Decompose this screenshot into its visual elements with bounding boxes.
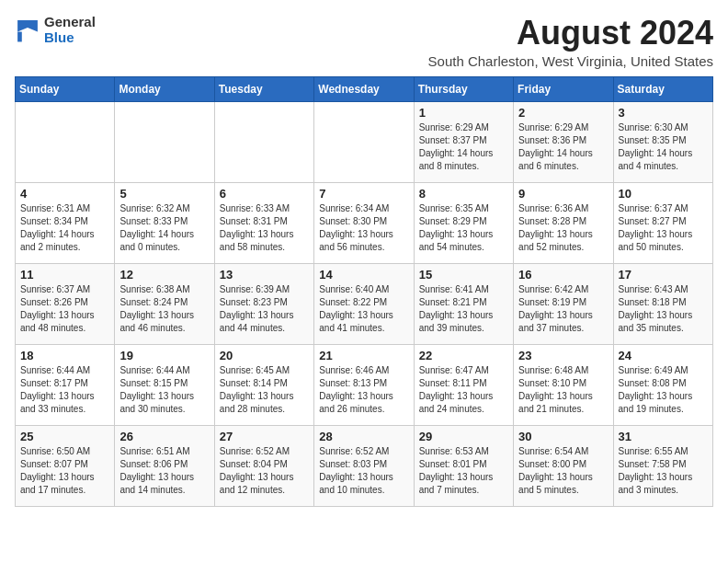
day-number: 4 xyxy=(20,187,109,201)
day-number: 18 xyxy=(20,349,109,362)
week-row-0: 1Sunrise: 6:29 AM Sunset: 8:37 PM Daylig… xyxy=(16,101,713,182)
day-number: 19 xyxy=(119,349,209,362)
day-number: 15 xyxy=(419,268,508,282)
day-cell: 25Sunrise: 6:50 AM Sunset: 8:07 PM Dayli… xyxy=(16,425,115,506)
day-number: 20 xyxy=(220,349,309,362)
day-number: 25 xyxy=(20,430,109,443)
day-cell: 30Sunrise: 6:54 AM Sunset: 8:00 PM Dayli… xyxy=(514,425,613,506)
day-number: 11 xyxy=(20,268,109,282)
day-info: Sunrise: 6:54 AM Sunset: 8:00 PM Dayligh… xyxy=(518,445,608,497)
day-number: 3 xyxy=(619,106,708,120)
day-number: 26 xyxy=(119,430,209,443)
day-info: Sunrise: 6:34 AM Sunset: 8:30 PM Dayligh… xyxy=(319,202,408,254)
day-cell: 15Sunrise: 6:41 AM Sunset: 8:21 PM Dayli… xyxy=(414,263,513,344)
day-cell: 21Sunrise: 6:46 AM Sunset: 8:13 PM Dayli… xyxy=(314,344,414,425)
day-info: Sunrise: 6:52 AM Sunset: 8:03 PM Dayligh… xyxy=(319,445,408,497)
day-cell: 27Sunrise: 6:52 AM Sunset: 8:04 PM Dayli… xyxy=(214,425,313,506)
col-thursday: Thursday xyxy=(414,76,513,101)
day-info: Sunrise: 6:42 AM Sunset: 8:19 PM Dayligh… xyxy=(518,283,608,335)
day-number: 9 xyxy=(518,187,608,201)
day-cell: 20Sunrise: 6:45 AM Sunset: 8:14 PM Dayli… xyxy=(214,344,313,425)
col-friday: Friday xyxy=(514,76,613,101)
day-info: Sunrise: 6:29 AM Sunset: 8:37 PM Dayligh… xyxy=(419,121,508,173)
day-number: 24 xyxy=(619,349,708,362)
day-cell: 24Sunrise: 6:49 AM Sunset: 8:08 PM Dayli… xyxy=(613,344,712,425)
col-monday: Monday xyxy=(115,76,214,101)
day-number: 12 xyxy=(119,268,209,282)
day-number: 30 xyxy=(518,430,608,443)
day-info: Sunrise: 6:46 AM Sunset: 8:13 PM Dayligh… xyxy=(319,364,408,416)
day-info: Sunrise: 6:37 AM Sunset: 8:27 PM Dayligh… xyxy=(619,202,708,254)
day-info: Sunrise: 6:53 AM Sunset: 8:01 PM Dayligh… xyxy=(419,445,508,497)
day-cell: 8Sunrise: 6:35 AM Sunset: 8:29 PM Daylig… xyxy=(414,182,513,263)
day-number: 29 xyxy=(419,430,508,443)
day-cell: 28Sunrise: 6:52 AM Sunset: 8:03 PM Dayli… xyxy=(314,425,414,506)
day-number: 13 xyxy=(220,268,309,282)
day-cell: 3Sunrise: 6:30 AM Sunset: 8:35 PM Daylig… xyxy=(613,101,712,182)
day-info: Sunrise: 6:44 AM Sunset: 8:17 PM Dayligh… xyxy=(20,364,109,416)
day-info: Sunrise: 6:47 AM Sunset: 8:11 PM Dayligh… xyxy=(419,364,508,416)
day-info: Sunrise: 6:45 AM Sunset: 8:14 PM Dayligh… xyxy=(220,364,309,416)
day-cell: 2Sunrise: 6:29 AM Sunset: 8:36 PM Daylig… xyxy=(514,101,613,182)
day-cell: 29Sunrise: 6:53 AM Sunset: 8:01 PM Dayli… xyxy=(414,425,513,506)
week-row-4: 25Sunrise: 6:50 AM Sunset: 8:07 PM Dayli… xyxy=(16,425,713,506)
day-number: 16 xyxy=(518,268,608,282)
day-info: Sunrise: 6:35 AM Sunset: 8:29 PM Dayligh… xyxy=(419,202,508,254)
day-number: 8 xyxy=(419,187,508,201)
day-info: Sunrise: 6:48 AM Sunset: 8:10 PM Dayligh… xyxy=(518,364,608,416)
day-number: 23 xyxy=(518,349,608,362)
day-cell: 6Sunrise: 6:33 AM Sunset: 8:31 PM Daylig… xyxy=(214,182,313,263)
logo-icon xyxy=(15,17,40,43)
day-number: 27 xyxy=(220,430,309,443)
day-info: Sunrise: 6:44 AM Sunset: 8:15 PM Dayligh… xyxy=(119,364,209,416)
day-info: Sunrise: 6:41 AM Sunset: 8:21 PM Dayligh… xyxy=(419,283,508,335)
day-number: 31 xyxy=(619,430,708,443)
day-info: Sunrise: 6:40 AM Sunset: 8:22 PM Dayligh… xyxy=(319,283,408,335)
week-row-2: 11Sunrise: 6:37 AM Sunset: 8:26 PM Dayli… xyxy=(16,263,713,344)
col-saturday: Saturday xyxy=(613,76,712,101)
day-cell: 18Sunrise: 6:44 AM Sunset: 8:17 PM Dayli… xyxy=(16,344,115,425)
day-cell: 23Sunrise: 6:48 AM Sunset: 8:10 PM Dayli… xyxy=(514,344,613,425)
day-cell: 26Sunrise: 6:51 AM Sunset: 8:06 PM Dayli… xyxy=(115,425,214,506)
header-row: Sunday Monday Tuesday Wednesday Thursday… xyxy=(16,76,713,101)
day-cell: 16Sunrise: 6:42 AM Sunset: 8:19 PM Dayli… xyxy=(514,263,613,344)
day-info: Sunrise: 6:38 AM Sunset: 8:24 PM Dayligh… xyxy=(119,283,209,335)
col-wednesday: Wednesday xyxy=(314,76,414,101)
day-cell: 1Sunrise: 6:29 AM Sunset: 8:37 PM Daylig… xyxy=(414,101,513,182)
day-info: Sunrise: 6:43 AM Sunset: 8:18 PM Dayligh… xyxy=(619,283,708,335)
day-cell: 31Sunrise: 6:55 AM Sunset: 7:58 PM Dayli… xyxy=(613,425,712,506)
day-cell: 7Sunrise: 6:34 AM Sunset: 8:30 PM Daylig… xyxy=(314,182,414,263)
day-cell xyxy=(214,101,313,182)
month-title: August 2024 xyxy=(428,15,713,52)
location-title: South Charleston, West Virginia, United … xyxy=(428,53,713,69)
day-number: 22 xyxy=(419,349,508,362)
day-number: 7 xyxy=(319,187,408,201)
day-cell: 19Sunrise: 6:44 AM Sunset: 8:15 PM Dayli… xyxy=(115,344,214,425)
title-section: August 2024 South Charleston, West Virgi… xyxy=(428,15,713,69)
day-number: 10 xyxy=(619,187,708,201)
day-cell xyxy=(314,101,414,182)
day-cell: 17Sunrise: 6:43 AM Sunset: 8:18 PM Dayli… xyxy=(613,263,712,344)
logo-text: General Blue xyxy=(44,15,96,45)
day-cell xyxy=(115,101,214,182)
day-number: 2 xyxy=(518,106,608,120)
day-info: Sunrise: 6:49 AM Sunset: 8:08 PM Dayligh… xyxy=(619,364,708,416)
svg-rect-2 xyxy=(17,31,22,41)
day-info: Sunrise: 6:29 AM Sunset: 8:36 PM Dayligh… xyxy=(518,121,608,173)
day-info: Sunrise: 6:51 AM Sunset: 8:06 PM Dayligh… xyxy=(119,445,209,497)
day-cell: 12Sunrise: 6:38 AM Sunset: 8:24 PM Dayli… xyxy=(115,263,214,344)
day-cell: 13Sunrise: 6:39 AM Sunset: 8:23 PM Dayli… xyxy=(214,263,313,344)
day-number: 1 xyxy=(419,106,508,120)
day-info: Sunrise: 6:39 AM Sunset: 8:23 PM Dayligh… xyxy=(220,283,309,335)
day-info: Sunrise: 6:52 AM Sunset: 8:04 PM Dayligh… xyxy=(220,445,309,497)
day-cell: 10Sunrise: 6:37 AM Sunset: 8:27 PM Dayli… xyxy=(613,182,712,263)
week-row-1: 4Sunrise: 6:31 AM Sunset: 8:34 PM Daylig… xyxy=(16,182,713,263)
header: General Blue August 2024 South Charlesto… xyxy=(15,15,713,69)
day-number: 17 xyxy=(619,268,708,282)
logo: General Blue xyxy=(15,15,96,45)
day-cell: 9Sunrise: 6:36 AM Sunset: 8:28 PM Daylig… xyxy=(514,182,613,263)
day-number: 5 xyxy=(119,187,209,201)
day-cell: 11Sunrise: 6:37 AM Sunset: 8:26 PM Dayli… xyxy=(16,263,115,344)
col-sunday: Sunday xyxy=(16,76,115,101)
day-cell: 4Sunrise: 6:31 AM Sunset: 8:34 PM Daylig… xyxy=(16,182,115,263)
